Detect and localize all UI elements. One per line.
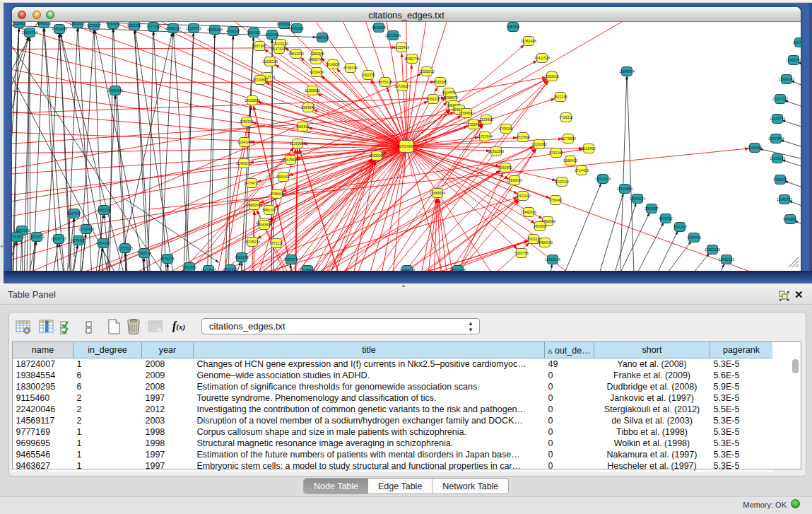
- svg-text:3708490: 3708490: [548, 198, 563, 202]
- svg-text:24055714: 24055714: [22, 30, 37, 35]
- svg-text:15771478: 15771478: [450, 268, 466, 271]
- svg-text:20238499: 20238499: [300, 268, 315, 271]
- svg-text:11717644: 11717644: [477, 134, 493, 139]
- svg-text:6776075: 6776075: [160, 257, 175, 261]
- svg-text:2424708: 2424708: [687, 235, 701, 240]
- svg-text:18044229: 18044229: [399, 268, 415, 271]
- svg-text:4059205: 4059205: [426, 97, 440, 101]
- svg-text:12852188: 12852188: [705, 247, 720, 252]
- svg-text:3537804: 3537804: [516, 135, 530, 139]
- svg-text:6232013: 6232013: [555, 180, 569, 184]
- svg-text:20361486: 20361486: [521, 39, 536, 43]
- svg-text:8275367: 8275367: [87, 23, 101, 28]
- svg-text:3420198: 3420198: [265, 33, 279, 37]
- svg-text:4569852: 4569852: [783, 217, 797, 221]
- svg-text:19218506: 19218506: [385, 33, 401, 37]
- svg-text:20053346: 20053346: [107, 88, 123, 93]
- svg-text:12615776: 12615776: [770, 117, 785, 121]
- svg-text:23745234: 23745234: [245, 240, 260, 244]
- svg-text:21584561: 21584561: [459, 111, 474, 115]
- svg-text:2964541: 2964541: [301, 105, 315, 110]
- svg-text:5661367: 5661367: [262, 208, 276, 212]
- svg-text:22421032: 22421032: [515, 194, 531, 198]
- svg-text:12197544: 12197544: [768, 136, 784, 141]
- svg-text:4737842: 4737842: [12, 235, 24, 239]
- svg-text:12452397: 12452397: [786, 58, 801, 62]
- svg-text:20691406: 20691406: [52, 27, 67, 31]
- svg-text:3215938: 3215938: [748, 146, 762, 150]
- svg-text:4274007: 4274007: [71, 238, 86, 243]
- svg-text:21429263: 21429263: [236, 161, 252, 165]
- svg-text:5380786: 5380786: [514, 251, 529, 255]
- svg-text:16382745: 16382745: [404, 57, 420, 61]
- svg-text:3060950: 3060950: [498, 165, 512, 170]
- svg-text:12336239: 12336239: [770, 156, 785, 160]
- svg-text:16117575: 16117575: [201, 268, 216, 271]
- svg-text:9330000: 9330000: [276, 175, 290, 179]
- svg-text:1068679: 1068679: [444, 95, 458, 100]
- svg-text:18300295: 18300295: [369, 153, 384, 158]
- svg-text:20580147: 20580147: [165, 26, 181, 30]
- svg-text:7612236: 7612236: [553, 95, 567, 99]
- svg-text:1453697: 1453697: [533, 224, 547, 228]
- svg-text:21027132: 21027132: [772, 97, 788, 101]
- svg-text:14528829: 14528829: [245, 98, 260, 103]
- svg-text:3234302: 3234302: [247, 30, 261, 35]
- svg-text:17818005: 17818005: [507, 178, 522, 182]
- svg-text:19729027: 19729027: [394, 84, 410, 88]
- svg-text:16655194: 16655194: [207, 28, 223, 32]
- svg-text:13540702: 13540702: [777, 197, 792, 201]
- svg-text:17392492: 17392492: [466, 122, 481, 127]
- svg-text:20677723: 20677723: [51, 237, 66, 241]
- svg-text:9188423: 9188423: [563, 158, 577, 163]
- svg-text:18724007: 18724007: [396, 144, 416, 148]
- svg-text:6578712: 6578712: [659, 216, 673, 221]
- svg-text:23124864: 23124864: [617, 187, 632, 191]
- svg-text:4268292: 4268292: [773, 177, 787, 182]
- svg-text:5348224: 5348224: [137, 251, 151, 255]
- svg-text:6863966: 6863966: [182, 265, 196, 269]
- svg-text:2687682: 2687682: [506, 25, 520, 29]
- svg-text:20302368: 20302368: [488, 149, 504, 153]
- svg-text:4032085: 4032085: [290, 26, 304, 30]
- svg-text:2713912: 2713912: [223, 267, 237, 271]
- svg-text:19997043: 19997043: [779, 77, 794, 81]
- svg-text:12169968: 12169968: [290, 141, 305, 146]
- svg-text:3538365: 3538365: [433, 80, 447, 84]
- svg-text:6705153: 6705153: [499, 127, 513, 131]
- svg-text:9203439: 9203439: [310, 70, 324, 74]
- svg-text:8536114: 8536114: [270, 192, 283, 196]
- svg-text:2090518: 2090518: [240, 119, 254, 124]
- svg-text:14774720: 14774720: [244, 181, 259, 185]
- svg-text:13442936: 13442936: [521, 210, 536, 214]
- svg-text:24484190: 24484190: [537, 240, 553, 245]
- svg-text:6738744: 6738744: [343, 66, 358, 70]
- svg-text:19384554: 19384554: [430, 191, 445, 195]
- svg-text:8122250: 8122250: [127, 23, 141, 28]
- svg-text:11228106: 11228106: [262, 59, 278, 64]
- svg-text:2302255: 2302255: [361, 73, 375, 77]
- svg-text:18811335: 18811335: [288, 52, 304, 56]
- svg-text:23729690: 23729690: [252, 78, 268, 82]
- svg-text:7357224: 7357224: [315, 35, 329, 40]
- svg-text:4660918: 4660918: [295, 124, 310, 129]
- svg-text:8014936: 8014936: [326, 62, 340, 66]
- svg-text:5037655: 5037655: [106, 22, 120, 26]
- svg-text:9990608: 9990608: [37, 22, 51, 25]
- svg-text:12011649: 12011649: [595, 177, 611, 181]
- svg-text:15963698: 15963698: [257, 223, 272, 227]
- svg-text:16675615: 16675615: [283, 158, 298, 162]
- svg-text:4300181: 4300181: [235, 255, 249, 259]
- svg-text:4709137: 4709137: [226, 29, 240, 33]
- svg-text:4804057: 4804057: [96, 241, 110, 245]
- svg-text:11422346: 11422346: [545, 257, 560, 262]
- svg-text:11037872: 11037872: [186, 26, 201, 30]
- svg-text:11179699: 11179699: [560, 136, 576, 141]
- svg-text:12325419: 12325419: [394, 45, 409, 49]
- svg-text:2129905: 2129905: [479, 117, 493, 122]
- svg-text:2714423: 2714423: [575, 168, 589, 173]
- svg-text:3995097: 3995097: [645, 206, 659, 211]
- svg-text:14830794: 14830794: [308, 57, 324, 62]
- svg-text:6194349: 6194349: [237, 140, 252, 144]
- svg-text:12532032: 12532032: [419, 69, 435, 74]
